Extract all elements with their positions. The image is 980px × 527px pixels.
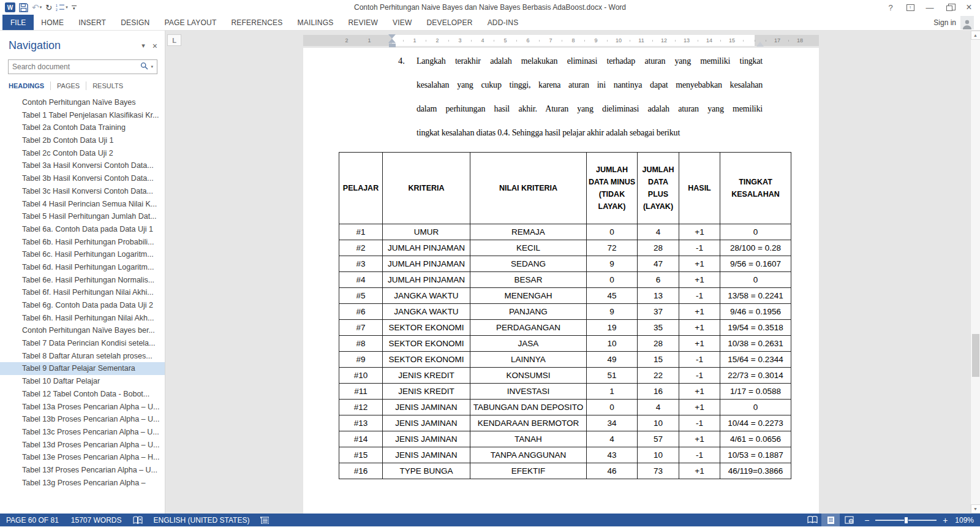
tab-design[interactable]: DESIGN <box>113 15 157 30</box>
undo-button[interactable]: ↶ ▾ <box>32 2 42 12</box>
nav-heading-item[interactable]: Tabel 12 Tabel Contoh Data - Bobot... <box>0 388 165 401</box>
vertical-scrollbar[interactable]: ▲ ▼ <box>970 31 980 514</box>
tab-page-layout[interactable]: PAGE LAYOUT <box>157 15 224 30</box>
document-page[interactable]: 4. Langkah terakhir adalah melakukan eli… <box>303 48 819 514</box>
nav-heading-item[interactable]: Tabel 3a Hasil Konversi Contoh Data... <box>0 159 165 172</box>
page-indicator[interactable]: PAGE 60 OF 81 <box>0 516 65 525</box>
nav-heading-item[interactable]: Contoh Perhitungan Naïve Bayes <box>0 96 165 109</box>
nav-heading-item[interactable]: Tabel 1 Tabel Penjelasan Klasifikasi Kr.… <box>0 109 165 122</box>
table-cell: 34 <box>587 415 638 431</box>
search-box[interactable]: ▾ <box>8 59 157 74</box>
language-indicator[interactable]: ENGLISH (UNITED STATES) <box>148 516 256 525</box>
numbering-button[interactable]: 1 2 ▾ <box>56 4 68 12</box>
word-count[interactable]: 15707 WORDS <box>65 516 128 525</box>
redo-button[interactable]: ↻ <box>45 3 52 12</box>
nav-heading-item[interactable]: Tabel 13a Proses Pencarian Alpha – U... <box>0 401 165 414</box>
nav-heading-item[interactable]: Tabel 13b Proses Pencarian Alpha – U... <box>0 413 165 426</box>
tab-mailings[interactable]: MAILINGS <box>290 15 341 30</box>
scroll-up-icon[interactable]: ▲ <box>971 31 980 40</box>
nav-heading-item[interactable]: Tabel 2c Contoh Data Uji 2 <box>0 147 165 160</box>
nav-heading-item[interactable]: Tabel 2a Contoh Data Training <box>0 121 165 134</box>
undo-dropdown-icon[interactable]: ▾ <box>40 5 42 10</box>
scrollbar-track[interactable] <box>971 40 980 504</box>
table-cell: JENIS JAMINAN <box>383 431 470 447</box>
help-button[interactable]: ? <box>882 1 899 14</box>
nav-heading-item[interactable]: Tabel 6f. Hasil Perhitungan Nilai Akhi..… <box>0 286 165 299</box>
zoom-in-button[interactable]: + <box>941 515 949 525</box>
close-button[interactable]: × <box>960 1 978 14</box>
nav-heading-item[interactable]: Tabel 4 Hasil Perincian Semua Nilai K... <box>0 198 165 211</box>
nav-heading-item[interactable]: Tabel 9 Daftar Pelajar Sementara <box>0 362 165 375</box>
proofing-errors-icon[interactable] <box>128 516 148 525</box>
tab-review[interactable]: REVIEW <box>341 15 385 30</box>
nav-heading-item[interactable]: Tabel 6e. Hasil Perhitungan Normalis... <box>0 274 165 287</box>
web-layout-button[interactable] <box>840 514 858 526</box>
nav-heading-item[interactable]: Tabel 6d. Hasil Perhitungan Logaritm... <box>0 261 165 274</box>
table-cell: +1 <box>679 431 720 447</box>
document-area: L 211234567891011121314151718 4. Langkah… <box>165 31 980 514</box>
nav-heading-item[interactable]: Tabel 13d Proses Pencarian Alpha – U... <box>0 439 165 452</box>
table-cell: 9/46 = 0.1956 <box>720 304 791 320</box>
table-cell: #1 <box>339 224 383 240</box>
tab-results[interactable]: RESULTS <box>92 80 129 91</box>
left-indent-marker[interactable] <box>389 44 396 47</box>
navigation-close-icon[interactable]: × <box>153 41 157 51</box>
nav-heading-item[interactable]: Tabel 13c Proses Pencarian Alpha – U... <box>0 426 165 439</box>
tab-add-ins[interactable]: ADD-INS <box>480 15 526 30</box>
navigation-options-dropdown-icon[interactable]: ▾ <box>141 42 145 50</box>
zoom-slider-thumb[interactable] <box>904 517 908 524</box>
nav-heading-item[interactable]: Tabel 7 Data Perincian Kondisi setela... <box>0 337 165 350</box>
search-icon[interactable] <box>140 62 148 72</box>
nav-heading-item[interactable]: Tabel 13f Proses Pencarian Alpha – U... <box>0 464 165 477</box>
nav-heading-item[interactable]: Tabel 2b Contoh Data Uji 1 <box>0 134 165 147</box>
ruler-number: 11 <box>637 37 645 44</box>
scroll-down-icon[interactable]: ▼ <box>971 504 980 514</box>
customize-qat-button[interactable]: ▾ <box>72 6 77 10</box>
search-input[interactable] <box>12 63 140 71</box>
horizontal-ruler[interactable]: 211234567891011121314151718 <box>303 35 819 46</box>
nav-heading-item[interactable]: Tabel 6a. Contoh Data pada Data Uji 1 <box>0 223 165 236</box>
minimize-button[interactable]: — <box>921 1 938 14</box>
zoom-out-button[interactable]: − <box>863 515 870 525</box>
ruler-number: 1 <box>366 37 372 44</box>
tab-developer[interactable]: DEVELOPER <box>419 15 480 30</box>
nav-heading-item[interactable]: Tabel 10 Daftar Pelajar <box>0 375 165 388</box>
ruler-number: 5 <box>502 37 508 44</box>
read-mode-button[interactable] <box>803 514 821 526</box>
nav-heading-item[interactable]: Tabel 8 Daftar Aturan setelah proses... <box>0 350 165 363</box>
table-cell: 10 <box>587 336 638 352</box>
nav-heading-item[interactable]: Tabel 6c. Hasil Perhitungan Logaritm... <box>0 248 165 261</box>
tab-selector-button[interactable]: L <box>167 34 181 46</box>
ribbon-display-options-button[interactable]: ↑ <box>902 1 919 14</box>
tab-file[interactable]: FILE <box>2 15 34 30</box>
table-header-cell: JUMLAH DATA PLUS (LAYAK) <box>638 153 679 224</box>
nav-heading-item[interactable]: Tabel 13e Proses Pencarian Alpha – H... <box>0 451 165 464</box>
macro-icon[interactable] <box>255 517 274 524</box>
scrollbar-thumb[interactable] <box>972 334 979 377</box>
tab-headings[interactable]: HEADINGS <box>9 80 50 91</box>
nav-heading-item[interactable]: Tabel 5 Hasil Perhitungan Jumlah Dat... <box>0 210 165 223</box>
nav-heading-item[interactable]: Tabel 6b. Hasil Perhitungan Probabili... <box>0 236 165 249</box>
restore-button[interactable] <box>941 1 958 14</box>
table-cell: #6 <box>339 304 383 320</box>
hanging-indent-marker[interactable] <box>388 35 396 43</box>
nav-heading-item[interactable]: Tabel 3b Hasil Konversi Contoh Data... <box>0 172 165 185</box>
nav-heading-item[interactable]: Tabel 6h. Hasil Perhitungan Nilai Akh... <box>0 312 165 325</box>
save-button[interactable] <box>19 3 28 12</box>
zoom-slider[interactable] <box>875 520 937 521</box>
nav-heading-item[interactable]: Tabel 6g. Contoh Data pada Data Uji 2 <box>0 299 165 312</box>
zoom-percentage[interactable]: 109% <box>954 516 980 525</box>
tab-home[interactable]: HOME <box>34 15 71 30</box>
nav-heading-item[interactable]: Tabel 3c Hasil Konversi Contoh Data... <box>0 185 165 198</box>
nav-heading-item[interactable]: Tabel 13g Proses Pencarian Alpha – <box>0 477 165 490</box>
print-layout-button[interactable] <box>821 514 840 526</box>
search-dropdown-icon[interactable]: ▾ <box>151 64 153 69</box>
right-indent-marker[interactable] <box>756 38 764 47</box>
sign-in-area[interactable]: Sign in <box>933 15 980 30</box>
tab-insert[interactable]: INSERT <box>71 15 113 30</box>
nav-heading-item[interactable]: Contoh Perhitungan Naïve Bayes ber... <box>0 324 165 337</box>
tab-pages[interactable]: PAGES <box>57 80 86 91</box>
tab-view[interactable]: VIEW <box>385 15 419 30</box>
numbering-dropdown-icon[interactable]: ▾ <box>66 5 68 10</box>
tab-references[interactable]: REFERENCES <box>224 15 290 30</box>
